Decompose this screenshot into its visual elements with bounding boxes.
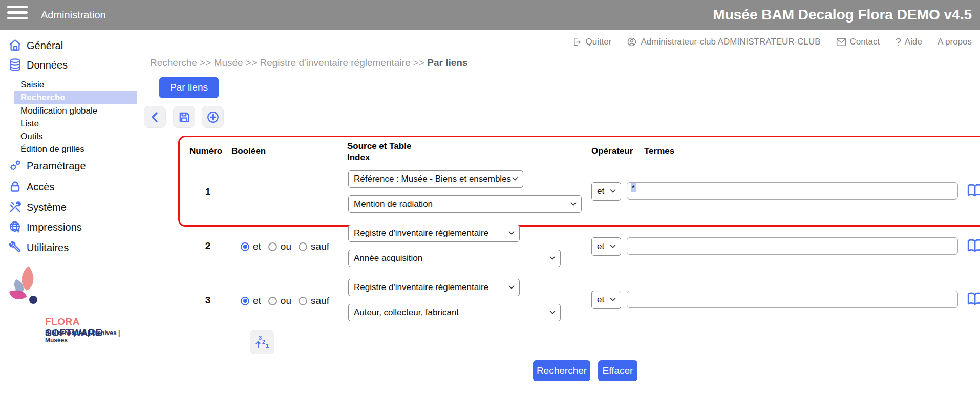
sidebar-item-saisie[interactable]: Saisie [20, 78, 44, 91]
index-select-row3[interactable]: Auteur, collecteur, fabricant [348, 304, 561, 321]
svg-text:2: 2 [262, 339, 265, 345]
sort-321-icon: 3 2 1 [253, 334, 271, 351]
sidebar-item-recherche[interactable]: Recherche [20, 91, 65, 104]
home-icon [8, 38, 22, 52]
save-icon [178, 110, 191, 124]
radio-et[interactable] [241, 242, 249, 251]
apropos-link[interactable]: A propos [938, 37, 972, 47]
contact-link[interactable]: Contact [836, 37, 880, 47]
tab-par-liens[interactable]: Par liens [159, 77, 219, 98]
column-header-source: Source et Table [347, 141, 411, 151]
breadcrumb: Recherche >> Musée >> Registre d'inventa… [150, 57, 467, 69]
wrench-icon [8, 240, 22, 254]
sidebar-item-outils[interactable]: Outils [20, 130, 42, 143]
index-select-row2[interactable]: Année acquisition [348, 250, 561, 267]
tools-icon [8, 200, 22, 214]
sidebar-item-systeme[interactable]: Système [0, 198, 137, 216]
index-browse-book-icon-row2[interactable] [966, 237, 980, 254]
chevron-down-icon [512, 176, 518, 181]
save-button[interactable] [173, 106, 195, 128]
chevron-down-icon [549, 256, 556, 260]
sidebar: Général Données Saisie Recherche Modific… [0, 30, 137, 399]
termes-input-row3[interactable] [627, 291, 958, 308]
flora-tagline: Bibliothèques | Archives | Musées [45, 329, 137, 344]
hamburger-menu-icon[interactable] [7, 6, 28, 24]
index-browse-book-icon-row3[interactable] [966, 290, 980, 307]
chevron-down-icon [610, 244, 616, 248]
sidebar-item-general[interactable]: Général [0, 37, 137, 54]
radio-ou[interactable] [268, 297, 277, 305]
breadcrumb-current: Par liens [427, 57, 467, 68]
chevron-down-icon [508, 285, 515, 289]
boolean-radio-group-row3: et ou sauf [241, 295, 329, 306]
column-header-termes: Termes [644, 146, 674, 157]
database-icon [8, 58, 22, 72]
add-criterion-button[interactable] [202, 106, 224, 128]
operator-select-row1[interactable]: et [591, 182, 621, 201]
source-select-row2[interactable]: Registre d'inventaire réglementaire [348, 225, 520, 242]
sidebar-item-liste[interactable]: Liste [20, 117, 39, 130]
sort-criteria-button[interactable]: 3 2 1 [250, 330, 274, 354]
sidebar-item-donnees[interactable]: Données [0, 56, 137, 74]
sidebar-item-parametrage[interactable]: Paramétrage [0, 157, 137, 174]
selected-text: * [631, 183, 636, 192]
app-title: Administration [41, 0, 106, 30]
radio-option-sauf[interactable]: sauf [299, 295, 329, 306]
quitter-link[interactable]: Quitter [572, 37, 611, 47]
sidebar-item-acces[interactable]: Accès [0, 178, 137, 195]
sidebar-item-recherche-selected[interactable]: Recherche [14, 91, 137, 104]
globe-upload-icon [8, 220, 22, 234]
radio-et[interactable] [241, 297, 249, 305]
chevron-left-icon [149, 111, 161, 123]
radio-option-et[interactable]: et [241, 295, 261, 306]
radio-option-ou[interactable]: ou [268, 295, 291, 306]
source-select-row1[interactable]: Référence : Musée - Biens et ensembles [348, 170, 523, 188]
rechercher-button[interactable]: Rechercher [533, 360, 590, 381]
index-browse-book-icon-row1[interactable] [966, 182, 980, 199]
sidebar-item-edition-grilles[interactable]: Édition de grilles [20, 143, 84, 156]
termes-input-row2[interactable] [627, 237, 958, 255]
operator-select-row2[interactable]: et [591, 237, 621, 256]
row-number: 3 [201, 295, 215, 306]
chevron-down-icon [610, 189, 616, 193]
column-header-operateur: Opérateur [591, 146, 633, 157]
flora-logo-flower [4, 260, 44, 311]
operator-select-row3[interactable]: et [591, 291, 621, 309]
radio-ou[interactable] [268, 242, 277, 251]
chevron-down-icon [570, 202, 577, 206]
sidebar-item-modification-globale[interactable]: Modification globale [20, 104, 97, 117]
column-header-booleen: Booléen [231, 146, 266, 157]
effacer-button[interactable]: Effacer [598, 360, 637, 381]
sidebar-item-impressions[interactable]: Impressions [0, 218, 137, 236]
lock-icon [8, 180, 22, 193]
radio-sauf[interactable] [299, 297, 307, 305]
plus-circle-icon [206, 110, 220, 124]
highlighted-row-box [178, 136, 980, 227]
column-header-numero: Numéro [189, 146, 222, 157]
chevron-down-icon [508, 231, 515, 235]
aide-link[interactable]: ? Aide [895, 36, 922, 48]
logout-icon [572, 37, 582, 47]
svg-text:3: 3 [259, 335, 262, 341]
quick-links-bar: Quitter Administrateur-club ADMINISTRATE… [572, 36, 972, 48]
back-button[interactable] [144, 106, 166, 128]
radio-option-et[interactable]: et [241, 241, 261, 252]
chevron-down-icon [549, 310, 556, 314]
row-number: 2 [201, 240, 215, 252]
top-bar: Administration Musée BAM Decalog Flora D… [0, 0, 980, 30]
gears-icon [8, 159, 22, 172]
radio-option-ou[interactable]: ou [268, 241, 291, 252]
chevron-down-icon [610, 297, 616, 301]
user-account-link[interactable]: Administrateur-club ADMINISTRATEUR-CLUB [627, 37, 820, 47]
radio-option-sauf[interactable]: sauf [299, 241, 329, 252]
radio-sauf[interactable] [299, 242, 307, 251]
svg-text:1: 1 [266, 343, 269, 349]
envelope-icon [836, 38, 846, 47]
sidebar-item-utilitaires[interactable]: Utilitaires [0, 239, 137, 256]
source-select-row3[interactable]: Registre d'inventaire réglementaire [348, 279, 520, 296]
termes-input-row1[interactable]: * [627, 182, 958, 199]
column-header-index: Index [347, 152, 370, 163]
user-icon [627, 37, 637, 47]
window-title: Musée BAM Decalog Flora DEMO v4.5 [713, 0, 972, 30]
index-select-row1[interactable]: Mention de radiation [348, 195, 582, 213]
